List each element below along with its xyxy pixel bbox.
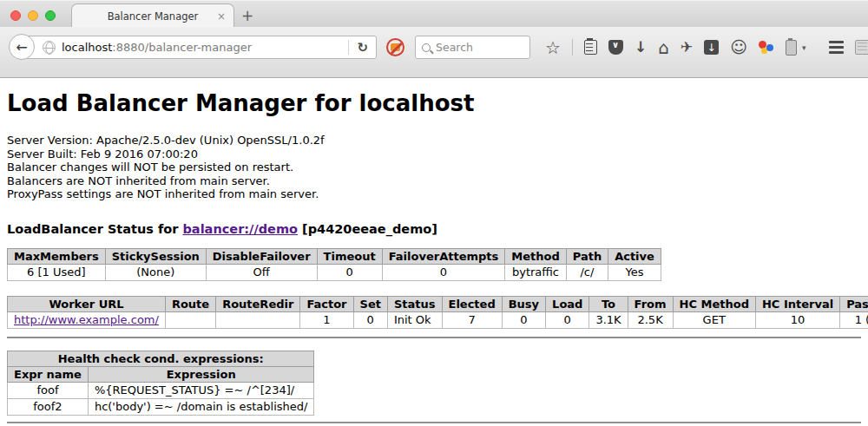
page-bottom-divider [7, 422, 861, 423]
page-actions-icon[interactable] [855, 40, 868, 55]
column-header: Set [353, 296, 387, 311]
window-controls [10, 10, 56, 21]
cell [216, 311, 300, 328]
tab-balancer-manager[interactable]: Balancer Manager × [71, 3, 234, 28]
page-title: Load Balancer Manager for localhost [7, 90, 861, 116]
column-header: DisableFailover [206, 248, 317, 264]
table-row: http://www.example.com/10Init Ok7003.1K2… [8, 311, 868, 328]
cell: 0 [353, 311, 387, 328]
cell: /c/ [566, 264, 608, 280]
table-row: foof2hc('body') =~ /domain is establishe… [8, 398, 314, 415]
server-info-line: Server Version: Apache/2.5.0-dev (Unix) … [7, 134, 861, 147]
cell: 2.5K [628, 311, 673, 328]
table-row: foof%{REQUEST_STATUS} =~ /^[234]/ [8, 382, 314, 398]
cell: Yes [608, 264, 661, 280]
close-tab-icon[interactable]: × [217, 10, 226, 23]
column-header: HC Interval [755, 296, 839, 311]
balancer-settings-table: MaxMembersStickySessionDisableFailoverTi… [7, 248, 661, 281]
column-header: Path [566, 248, 608, 264]
cell: 0 [502, 311, 545, 328]
toolbar-divider [572, 39, 573, 56]
table-title: Health check cond. expressions: [8, 351, 314, 366]
tab-bar: Balancer Manager × + [0, 0, 868, 27]
column-header: From [628, 296, 673, 311]
search-bar[interactable]: Search [415, 36, 530, 59]
bookmarks-menu-icon[interactable] [584, 40, 597, 55]
colored-dots-addon-icon[interactable] [759, 40, 774, 55]
worker-status-table: Worker URLRouteRouteRedirFactorSetStatus… [7, 296, 868, 329]
url-domain: localhost [62, 41, 112, 54]
addon-download-arrow: ↓ [707, 42, 716, 54]
column-header: Busy [502, 296, 545, 311]
column-header: Timeout [317, 248, 382, 264]
cell: 0 [317, 264, 382, 280]
cell: foof2 [8, 398, 89, 415]
addon-dropdown-caret-icon[interactable]: ▾ [802, 43, 806, 52]
cell: 6 [1 Used] [8, 264, 106, 280]
menu-icon[interactable] [829, 41, 844, 54]
search-icon [422, 43, 431, 52]
server-info-line: Server Built: Feb 9 2016 07:00:20 [7, 147, 861, 161]
back-button[interactable]: ← [9, 34, 35, 60]
reload-button[interactable]: ↻ [354, 40, 376, 56]
column-header: Method [505, 248, 566, 264]
bookmark-star-icon[interactable]: ☆ [545, 39, 561, 56]
cell: Init Ok [387, 311, 442, 328]
cell: hc('body') =~ /domain is established/ [88, 398, 314, 415]
downloads-icon[interactable]: ↓ [635, 40, 647, 55]
cell: 7 [442, 311, 502, 328]
balancer-demo-link[interactable]: balancer://demo [182, 222, 298, 236]
url-path: :8880/balancer-manager [112, 41, 252, 54]
cell [165, 311, 215, 328]
addon-download-icon[interactable]: ↓ [704, 40, 719, 55]
send-page-icon[interactable]: ✈ [681, 40, 693, 55]
server-info-line: Balancer changes will NOT be persisted o… [7, 161, 861, 174]
cell: 1 (0) [840, 311, 868, 328]
battery-addon-icon[interactable] [786, 40, 797, 56]
url-bar[interactable]: localhost:8880/balancer-manager ↻ [23, 36, 377, 59]
balancer-status-heading: LoadBalancer Status for balancer://demo … [7, 222, 861, 236]
column-header: HC Method [673, 296, 755, 311]
server-info-line: ProxyPass settings are NOT inherited fro… [7, 187, 861, 201]
url-text[interactable]: localhost:8880/balancer-manager [62, 41, 343, 54]
cell: GET [673, 311, 755, 328]
balancer-heading-suffix: [p4420eeae_demo] [298, 222, 437, 236]
column-header: Expr name [8, 366, 89, 382]
content-blocked-icon[interactable] [386, 38, 404, 56]
feedback-smiley-icon[interactable]: ☺ [730, 39, 747, 56]
column-header: Passes [840, 296, 868, 311]
column-header: Status [387, 296, 442, 311]
zoom-window-button[interactable] [45, 10, 56, 21]
globe-icon [43, 41, 56, 54]
search-placeholder: Search [436, 41, 473, 54]
table-row: 6 [1 Used](None)Off00bytraffic/c/Yes [8, 264, 661, 280]
home-icon[interactable]: ⌂ [658, 39, 669, 56]
server-info: Server Version: Apache/2.5.0-dev (Unix) … [7, 134, 861, 201]
cell: http://www.example.com/ [8, 311, 166, 328]
navigation-bar: ← localhost:8880/balancer-manager ↻ Sear… [0, 27, 868, 78]
column-header: FailoverAttempts [382, 248, 505, 264]
column-header: To [589, 296, 628, 311]
minimize-window-button[interactable] [28, 10, 38, 21]
toolbar-icons: ☆ ↓ ⌂ ✈ ↓ ☺ ▾ [545, 36, 868, 59]
column-header: Factor [300, 296, 353, 311]
pocket-icon[interactable] [608, 40, 623, 55]
tab-title: Balancer Manager [108, 10, 199, 23]
page-content: Load Balancer Manager for localhost Serv… [0, 78, 868, 423]
column-header: Load [546, 296, 589, 311]
column-header: MaxMembers [8, 248, 106, 264]
column-header: Elected [442, 296, 502, 311]
cell: 10 [755, 311, 839, 328]
cell: 3.1K [589, 311, 628, 328]
cell: %{REQUEST_STATUS} =~ /^[234]/ [88, 382, 314, 398]
cell: 1 [300, 311, 353, 328]
cell: foof [8, 382, 89, 398]
close-window-button[interactable] [10, 10, 21, 21]
cell: 0 [546, 311, 589, 328]
new-tab-button[interactable]: + [241, 7, 253, 24]
cell: (None) [105, 264, 206, 280]
server-info-line: Balancers are NOT inherited from main se… [7, 174, 861, 188]
column-header: StickySession [105, 248, 206, 264]
worker-url-link[interactable]: http://www.example.com/ [14, 313, 159, 326]
cell: 0 [382, 264, 505, 280]
